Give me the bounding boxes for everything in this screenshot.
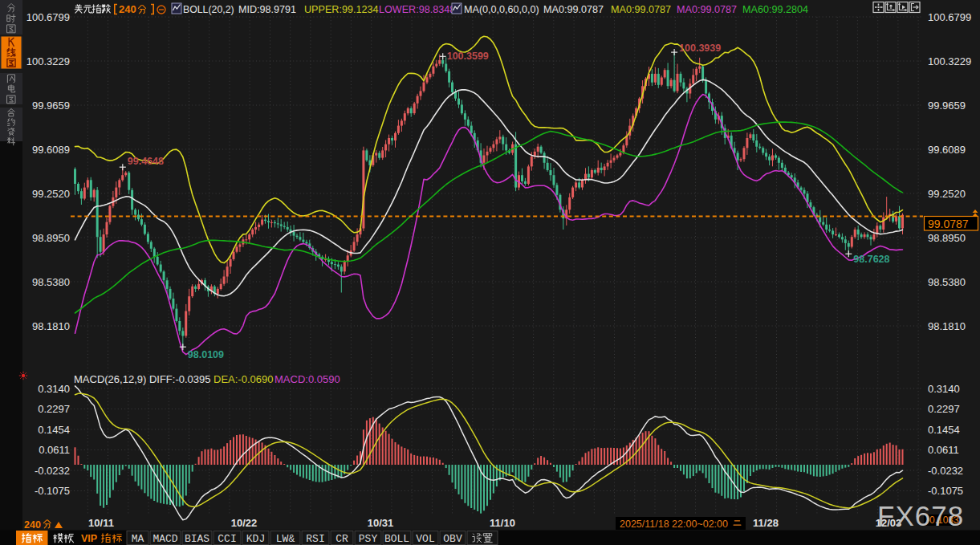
svg-text:98.7628: 98.7628 (853, 254, 889, 265)
svg-text:UPPER:99.1234: UPPER:99.1234 (304, 4, 378, 15)
svg-text:MA60:99.2804: MA60:99.2804 (742, 4, 808, 15)
svg-text:100.3229: 100.3229 (928, 55, 971, 67)
svg-text:0.2297: 0.2297 (928, 403, 960, 415)
svg-text:BOLL: BOLL (384, 533, 409, 545)
svg-text:0.0611: 0.0611 (928, 444, 959, 456)
svg-text:BOLL(20,2): BOLL(20,2) (183, 4, 234, 15)
svg-text:MA(0,0,0,60,0,0): MA(0,0,0,60,0,0) (464, 4, 539, 15)
svg-text:MA0:99.0787: MA0:99.0787 (543, 4, 604, 15)
svg-text:0.3140: 0.3140 (38, 383, 70, 395)
svg-text:10/22: 10/22 (231, 517, 258, 529)
svg-text:MACD(26,12,9) DIFF:-0.0395: MACD(26,12,9) DIFF:-0.0395 (74, 373, 211, 385)
svg-text:100.3599: 100.3599 (447, 51, 489, 62)
svg-text:-0.1075: -0.1075 (928, 485, 963, 497)
svg-text:MA0:99.0787: MA0:99.0787 (611, 4, 671, 15)
svg-text:CCI: CCI (218, 533, 236, 545)
svg-text:98.1810: 98.1810 (928, 320, 966, 332)
svg-text:0.3140: 0.3140 (928, 383, 960, 395)
svg-text:11/10: 11/10 (490, 517, 515, 529)
svg-text:-0.0232: -0.0232 (35, 465, 70, 477)
svg-text:-0.1075: -0.1075 (35, 485, 70, 497)
svg-text:99.0787: 99.0787 (928, 218, 969, 230)
svg-text:BIAS: BIAS (185, 533, 209, 545)
svg-text:99.9659: 99.9659 (928, 100, 966, 112)
svg-text:0.0611: 0.0611 (39, 444, 70, 456)
svg-text:-0.0232: -0.0232 (928, 465, 963, 477)
svg-text:MA: MA (132, 533, 144, 545)
svg-text:98.5380: 98.5380 (928, 276, 966, 288)
svg-text:100.6799: 100.6799 (26, 11, 70, 23)
svg-text:11/28: 11/28 (753, 517, 779, 529)
svg-text:10/31: 10/31 (368, 517, 394, 529)
svg-text:LOWER:98.8348: LOWER:98.8348 (379, 4, 455, 15)
svg-text:98.5380: 98.5380 (32, 276, 70, 288)
svg-text:240: 240 (119, 3, 136, 15)
svg-text:VOL: VOL (416, 533, 434, 545)
svg-text:MID:98.9791: MID:98.9791 (238, 4, 296, 15)
svg-text:99.2520: 99.2520 (928, 188, 966, 200)
svg-text:DEA:-0.0690: DEA:-0.0690 (213, 373, 273, 385)
svg-text:PSY: PSY (359, 533, 378, 545)
svg-text:99.6089: 99.6089 (32, 144, 70, 156)
svg-text:RSI: RSI (306, 533, 324, 545)
svg-text:99.9659: 99.9659 (32, 100, 70, 112)
svg-text:LW&: LW& (276, 533, 295, 545)
svg-text:100.6799: 100.6799 (928, 11, 971, 23)
svg-text:0.1454: 0.1454 (928, 424, 960, 436)
svg-text:98.1810: 98.1810 (32, 320, 70, 332)
svg-text:98.8950: 98.8950 (928, 232, 966, 244)
svg-text:10/11: 10/11 (88, 517, 114, 529)
svg-text:240: 240 (24, 519, 41, 531)
svg-text:100.3229: 100.3229 (26, 55, 70, 67)
svg-text:98.8950: 98.8950 (32, 232, 70, 244)
svg-text:2025/11/18 22:00~02:00: 2025/11/18 22:00~02:00 (620, 519, 728, 530)
svg-text:100.3939: 100.3939 (679, 43, 721, 54)
svg-text:CR: CR (335, 533, 348, 545)
svg-text:99.2520: 99.2520 (32, 188, 70, 200)
svg-text:MA0:99.0787: MA0:99.0787 (677, 4, 737, 15)
svg-text:MACD: MACD (152, 533, 177, 545)
svg-text:99.4648: 99.4648 (128, 156, 164, 167)
svg-text:99.6089: 99.6089 (928, 144, 966, 156)
svg-text:VIP: VIP (81, 533, 97, 544)
svg-text:OBV: OBV (443, 533, 462, 545)
svg-text:KDJ: KDJ (246, 533, 265, 545)
svg-text:FX678: FX678 (877, 500, 964, 531)
svg-text:0.1454: 0.1454 (38, 424, 70, 436)
svg-text:MACD:0.0590: MACD:0.0590 (274, 373, 340, 385)
svg-text:0.2297: 0.2297 (38, 403, 70, 415)
svg-text:98.0109: 98.0109 (188, 349, 224, 360)
